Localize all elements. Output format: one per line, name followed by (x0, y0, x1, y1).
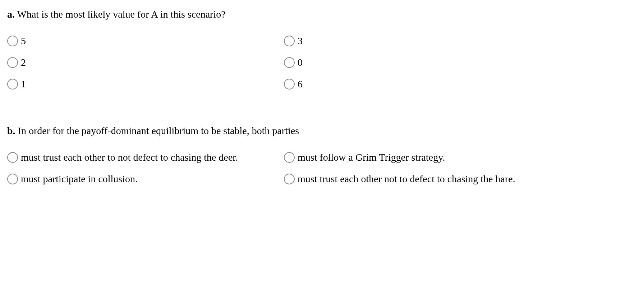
option-label: 2 (21, 58, 26, 68)
option-label: must trust each other not to defect to c… (298, 174, 515, 184)
option-a-1[interactable]: 1 (7, 79, 284, 90)
radio-icon (7, 57, 18, 68)
question-a-text: a. What is the most likely value for A i… (7, 7, 637, 21)
option-a-5[interactable]: 5 (7, 36, 284, 46)
option-b-collusion[interactable]: must participate in collusion. (7, 174, 284, 184)
radio-icon (284, 174, 295, 184)
option-label: 5 (21, 36, 26, 46)
radio-icon (7, 174, 18, 184)
question-b: b. In order for the payoff-dominant equi… (7, 124, 637, 184)
option-label: 1 (21, 79, 26, 89)
radio-icon (7, 152, 18, 163)
question-b-text: b. In order for the payoff-dominant equi… (7, 124, 637, 138)
option-label: must participate in collusion. (21, 174, 138, 184)
question-a: a. What is the most likely value for A i… (7, 7, 637, 90)
option-label: must trust each other to not defect to c… (21, 152, 238, 162)
option-b-trust-hare[interactable]: must trust each other not to defect to c… (284, 174, 637, 184)
radio-icon (284, 36, 295, 46)
question-a-options: 5 3 2 0 1 6 (7, 36, 637, 90)
option-a-6[interactable]: 6 (284, 79, 637, 90)
question-b-body: In order for the payoff-dominant equilib… (18, 125, 299, 136)
option-b-grim-trigger[interactable]: must follow a Grim Trigger strategy. (284, 152, 637, 163)
option-a-2[interactable]: 2 (7, 57, 284, 68)
question-a-label: a. (7, 9, 15, 20)
question-b-label: b. (7, 125, 15, 136)
question-a-body: What is the most likely value for A in t… (17, 9, 226, 20)
radio-icon (7, 79, 18, 90)
option-label: 0 (298, 58, 303, 68)
radio-icon (284, 57, 295, 68)
option-label: 6 (298, 79, 303, 89)
option-b-trust-deer[interactable]: must trust each other to not defect to c… (7, 152, 284, 163)
radio-icon (7, 36, 18, 46)
option-a-3[interactable]: 3 (284, 36, 637, 46)
option-label: 3 (298, 36, 303, 46)
option-a-0[interactable]: 0 (284, 57, 637, 68)
radio-icon (284, 79, 295, 90)
radio-icon (284, 152, 295, 163)
option-label: must follow a Grim Trigger strategy. (298, 152, 445, 162)
question-b-options: must trust each other to not defect to c… (7, 152, 637, 184)
